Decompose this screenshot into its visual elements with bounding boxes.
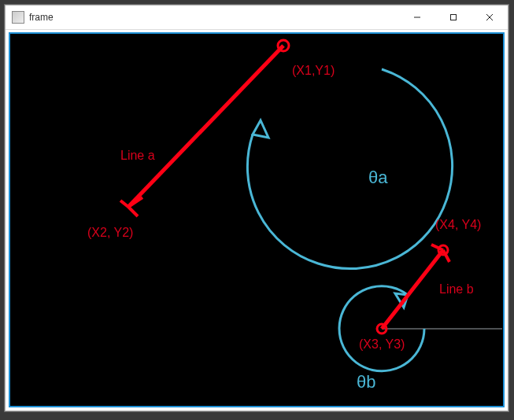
window-controls <box>399 6 508 29</box>
label-x2y2: (X2, Y2) <box>87 226 133 239</box>
minimize-icon <box>413 13 421 21</box>
title-left: frame <box>6 11 54 24</box>
diagram-svg: (X1,Y1) (X2, Y2) Line a (X4, Y4) (X3, Y3… <box>10 34 503 406</box>
window-title: frame <box>29 12 54 23</box>
app-window: frame <box>5 5 508 411</box>
maximize-icon <box>449 13 457 21</box>
arc-theta-a <box>247 69 452 269</box>
point-x2y2 <box>120 197 142 216</box>
line-a <box>128 46 283 207</box>
titlebar: frame <box>6 6 508 30</box>
label-line-b: Line b <box>439 282 474 296</box>
app-icon <box>12 11 24 24</box>
arrowhead-theta-a <box>253 120 268 138</box>
line-b <box>382 250 443 329</box>
label-x1y1: (X1,Y1) <box>292 64 335 77</box>
label-theta-b: θb <box>357 372 375 392</box>
label-x3y3: (X3, Y3) <box>359 337 405 351</box>
svg-rect-1 <box>451 15 457 20</box>
close-button[interactable] <box>471 6 508 29</box>
minimize-button[interactable] <box>399 6 435 29</box>
close-icon <box>486 13 494 21</box>
label-x4y4: (X4, Y4) <box>435 218 481 231</box>
label-line-a: Line a <box>120 149 155 162</box>
canvas-area: (X1,Y1) (X2, Y2) Line a (X4, Y4) (X3, Y3… <box>9 32 505 407</box>
label-theta-a: θa <box>368 168 388 187</box>
maximize-button[interactable] <box>435 6 471 29</box>
